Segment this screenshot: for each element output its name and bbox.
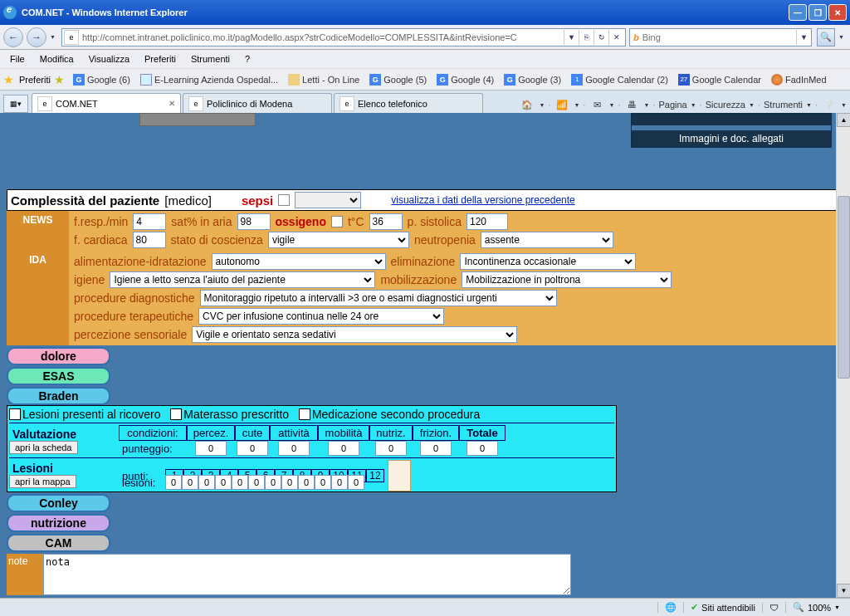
search-go-button[interactable]: 🔍 bbox=[817, 28, 835, 46]
nutrizione-button[interactable]: nutrizione bbox=[7, 514, 110, 532]
favorites-label[interactable]: Preferiti bbox=[19, 75, 51, 85]
apri-mappa-button[interactable]: apri la mappa bbox=[9, 475, 76, 488]
fav-google6[interactable]: GGoogle (6) bbox=[70, 72, 134, 87]
sat-input[interactable] bbox=[237, 213, 271, 230]
braden-button[interactable]: Braden bbox=[7, 387, 110, 405]
fav-gcal2[interactable]: 1Google Calendar (2) bbox=[568, 72, 672, 87]
alim-select[interactable]: autonomo bbox=[212, 253, 386, 270]
les7[interactable] bbox=[265, 475, 281, 490]
tc-input[interactable] bbox=[369, 213, 403, 230]
tab-policlinico[interactable]: e Policlinico di Modena bbox=[183, 93, 332, 113]
p-frizion[interactable] bbox=[420, 441, 452, 456]
fav-google5[interactable]: GGoogle (5) bbox=[366, 72, 430, 87]
fav-elearning[interactable]: E-Learning Azienda Ospedal... bbox=[137, 72, 281, 87]
fresp-input[interactable] bbox=[133, 213, 166, 230]
tab-groups-button[interactable]: ▦▾ bbox=[3, 95, 28, 113]
refresh-button[interactable]: ↻ bbox=[594, 30, 608, 45]
tab-comnet[interactable]: e COM.NET ✕ bbox=[32, 93, 181, 113]
note-textarea[interactable] bbox=[43, 554, 571, 595]
menu-preferiti[interactable]: Preferiti bbox=[138, 52, 183, 66]
p-nutriz[interactable] bbox=[375, 441, 407, 456]
medicazione-checkbox[interactable] bbox=[299, 408, 310, 420]
menu-sicurezza[interactable]: Sicurezza bbox=[706, 100, 745, 110]
psist-input[interactable] bbox=[467, 213, 508, 230]
prev-version-link[interactable]: visualizza i dati della versione precede… bbox=[391, 194, 574, 206]
esas-button[interactable]: ESAS bbox=[7, 367, 110, 385]
status-zoom[interactable]: 🔍100% ▼ bbox=[785, 602, 847, 613]
ossigeno-checkbox[interactable] bbox=[331, 216, 343, 227]
scroll-down-button[interactable]: ▼ bbox=[837, 584, 850, 598]
minimize-button[interactable]: — bbox=[789, 4, 807, 21]
les11[interactable] bbox=[331, 475, 348, 490]
tab-close-icon[interactable]: ✕ bbox=[169, 99, 175, 108]
neutro-select[interactable]: assente bbox=[481, 232, 613, 248]
menu-strumenti2[interactable]: Strumenti bbox=[764, 100, 803, 110]
les6[interactable] bbox=[248, 475, 265, 490]
cam-button[interactable]: CAM bbox=[7, 534, 110, 552]
menu-file[interactable]: File bbox=[3, 52, 32, 66]
percez-select[interactable]: Vigile e orientato senza sedativi bbox=[192, 326, 517, 343]
les8[interactable] bbox=[281, 475, 298, 490]
les10[interactable] bbox=[315, 475, 331, 490]
vertical-scrollbar[interactable]: ▲ ▼ bbox=[836, 113, 850, 598]
feeds-icon[interactable]: 📶 bbox=[554, 96, 570, 113]
les1[interactable] bbox=[165, 475, 182, 490]
print-icon[interactable]: 🖶 bbox=[623, 96, 640, 113]
scroll-up-button[interactable]: ▲ bbox=[837, 113, 850, 127]
address-bar[interactable]: e ▼ ⎘ ↻ ✕ bbox=[61, 28, 626, 46]
p-cute[interactable] bbox=[237, 441, 268, 456]
favorites-star-icon[interactable]: ★ bbox=[3, 73, 14, 86]
procter-select[interactable]: CVC per infusione continua nelle 24 ore bbox=[198, 308, 444, 325]
fav-gcal[interactable]: 27Google Calendar bbox=[675, 72, 765, 87]
help-icon[interactable]: ❔ bbox=[821, 96, 838, 113]
menu-strumenti[interactable]: Strumenti bbox=[184, 52, 237, 66]
maximize-button[interactable]: ❐ bbox=[808, 4, 827, 21]
search-dropdown[interactable]: ▼ bbox=[796, 30, 811, 45]
menu-modifica[interactable]: Modifica bbox=[33, 52, 81, 66]
nav-history-dropdown[interactable]: ▼ bbox=[50, 34, 58, 40]
body-map-icon[interactable] bbox=[388, 460, 411, 491]
add-favorite-icon[interactable]: ★ bbox=[54, 73, 65, 86]
mobil-select[interactable]: Mobilizzazione in poltrona bbox=[462, 271, 672, 288]
fav-letti[interactable]: Letti - On Line bbox=[285, 72, 363, 87]
les2[interactable] bbox=[182, 475, 198, 490]
elim-select[interactable]: Incontinenza occasionale bbox=[460, 253, 636, 270]
close-button[interactable]: ✕ bbox=[828, 4, 847, 21]
search-input[interactable] bbox=[642, 32, 796, 42]
apri-scheda-button[interactable]: apri la scheda bbox=[9, 441, 78, 454]
igiene-select[interactable]: Igiene a letto senza l'aiuto del pazient… bbox=[110, 271, 375, 288]
les3[interactable] bbox=[198, 475, 215, 490]
sepsi-checkbox[interactable] bbox=[278, 194, 290, 206]
menu-help[interactable]: ? bbox=[238, 52, 256, 66]
fav-google4[interactable]: GGoogle (4) bbox=[433, 72, 497, 87]
les9[interactable] bbox=[298, 475, 315, 490]
menu-visualizza[interactable]: Visualizza bbox=[82, 52, 136, 66]
p-percez[interactable] bbox=[195, 441, 227, 456]
menu-pagina[interactable]: Pagina bbox=[658, 100, 686, 110]
tab-elenco[interactable]: e Elenco telefonico bbox=[334, 93, 483, 113]
p-mobilita[interactable] bbox=[328, 441, 359, 456]
search-options[interactable]: ▼ bbox=[838, 34, 847, 40]
url-dropdown[interactable]: ▼ bbox=[564, 30, 579, 45]
search-box[interactable]: b ▼ bbox=[629, 28, 812, 46]
les12[interactable] bbox=[348, 475, 364, 490]
scroll-thumb[interactable] bbox=[838, 196, 850, 379]
url-input[interactable] bbox=[79, 32, 564, 42]
home-icon[interactable]: 🏠 bbox=[519, 96, 535, 113]
compat-button[interactable]: ⎘ bbox=[579, 30, 594, 45]
les4[interactable] bbox=[215, 475, 232, 490]
fav-google3[interactable]: GGoogle (3) bbox=[501, 72, 564, 87]
stop-button[interactable]: ✕ bbox=[608, 30, 623, 45]
conley-button[interactable]: Conley bbox=[7, 494, 110, 512]
forward-button[interactable]: → bbox=[27, 27, 46, 47]
fav-fadinmed[interactable]: FadInMed bbox=[768, 72, 830, 87]
status-protected[interactable]: 🛡 bbox=[762, 603, 785, 613]
coscienza-select[interactable]: vigile bbox=[268, 232, 409, 248]
lesioni-ricovero-checkbox[interactable] bbox=[9, 408, 21, 420]
back-button[interactable]: ← bbox=[3, 27, 23, 47]
p-attivita[interactable] bbox=[278, 441, 310, 456]
dolore-button[interactable]: dolore bbox=[7, 347, 110, 365]
sepsi-select[interactable] bbox=[295, 192, 361, 208]
p-totale[interactable] bbox=[467, 441, 498, 456]
mail-icon[interactable]: ✉ bbox=[589, 96, 605, 113]
